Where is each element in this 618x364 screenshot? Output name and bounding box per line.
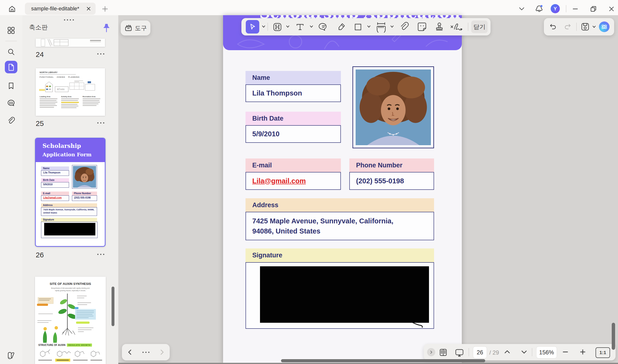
titlebar-chevron-down-icon[interactable]: [518, 6, 525, 12]
panel-title: 축소판: [29, 23, 48, 32]
heading-tool-button[interactable]: [272, 22, 282, 32]
page-25-more-button[interactable]: [97, 122, 104, 124]
select-tool-button[interactable]: [246, 20, 259, 34]
search-button[interactable]: [5, 46, 17, 58]
actual-size-button[interactable]: 1:1: [596, 347, 610, 358]
email-value[interactable]: Lila@gmail.com: [245, 172, 341, 190]
new-tab-button[interactable]: [101, 5, 109, 13]
address-value[interactable]: 7425 Maple Avenue, Sunnyvale, California…: [245, 212, 434, 240]
select-tool-chevron-icon[interactable]: [262, 25, 266, 28]
birth-date-label: Birth Date: [245, 112, 341, 125]
grid-menu-button[interactable]: [5, 24, 17, 37]
phone-value[interactable]: (202) 555-0198: [349, 172, 434, 190]
zoom-out-button[interactable]: [562, 350, 568, 354]
reading-mode-button[interactable]: [439, 348, 448, 357]
pin-panel-icon[interactable]: [102, 23, 111, 33]
zoom-level-input[interactable]: [536, 346, 557, 358]
tab-title: sample-file-editable*: [31, 6, 86, 12]
undo-button[interactable]: [548, 22, 557, 31]
page-24-more-button[interactable]: [97, 53, 104, 54]
save-button[interactable]: [580, 22, 590, 32]
name-label: Name: [245, 71, 341, 84]
page-total-label: / 29: [489, 349, 499, 356]
sticker-tool-button[interactable]: [417, 22, 427, 32]
shape-tool-chevron-icon[interactable]: [367, 25, 371, 28]
minimize-button[interactable]: [571, 6, 579, 12]
tools-button[interactable]: 도구: [121, 21, 150, 36]
signature-label: Signature: [245, 248, 434, 262]
vertical-scrollbar[interactable]: [612, 323, 615, 350]
toolbox-icon: [124, 24, 133, 32]
theme-swatches-button[interactable]: [5, 349, 17, 362]
ai-assistant-button[interactable]: [599, 22, 610, 32]
thumbnail-page-25[interactable]: NORTH LIBRARY FUNCTIONAL ZONING PLANNING…: [36, 68, 105, 116]
toolbar-divider: [576, 23, 577, 31]
page-27-structure-title: STRUCTURE OF AUXIN: [38, 344, 66, 346]
shape-tool-button[interactable]: [353, 22, 363, 32]
thumbnail-page-24[interactable]: [36, 39, 105, 47]
page-25-column-2: Activity Area: [61, 96, 80, 109]
page-27-highlight-label: REGULATE GROWTH: [67, 343, 92, 347]
text-tool-chevron-icon[interactable]: [309, 25, 313, 28]
document-canvas: Scholarship Application Form Name Lila T…: [118, 15, 618, 364]
thumbnails-panel-button[interactable]: [5, 61, 17, 73]
page-27-mini-title: SITE OF AUXIN SYNTHESIS: [35, 282, 106, 286]
nav-more-button[interactable]: [142, 352, 149, 353]
page-25-mini-diagram: ATmhi: [38, 79, 103, 94]
comment-tool-button[interactable]: [319, 22, 329, 32]
notifications-bell-icon[interactable]: [534, 3, 545, 14]
text-tool-button[interactable]: [295, 22, 305, 32]
document-tab[interactable]: sample-file-editable*: [25, 3, 96, 15]
svg-text:ATmhi: ATmhi: [57, 88, 65, 91]
redo-button[interactable]: [564, 22, 572, 31]
name-value[interactable]: Lila Thompson: [245, 84, 341, 102]
collapse-bar-button[interactable]: [427, 348, 435, 356]
quick-actions-toolbar: [544, 18, 614, 36]
measure-tool-button[interactable]: [376, 22, 387, 33]
page-27-mini-diagram: [37, 292, 104, 343]
annotation-toolbar: 닫기: [242, 18, 491, 36]
page-27-structures-row: [37, 348, 104, 363]
home-button[interactable]: [8, 5, 16, 13]
tools-label: 도구: [135, 24, 147, 32]
attachments-button[interactable]: [5, 114, 17, 127]
bookmarks-button[interactable]: [5, 80, 17, 92]
attach-tool-button[interactable]: [399, 22, 409, 32]
close-annotation-button[interactable]: 닫기: [471, 21, 488, 33]
applicant-photo-frame: [352, 66, 434, 148]
save-chevron-icon[interactable]: [592, 25, 596, 28]
panel-drag-handle[interactable]: [64, 19, 74, 21]
zoom-in-button[interactable]: [580, 349, 586, 355]
user-avatar[interactable]: Y: [551, 4, 560, 13]
page-26-number: 26: [36, 251, 44, 259]
rail-divider: [5, 41, 17, 41]
stamp-tool-button[interactable]: [434, 22, 445, 32]
measure-tool-chevron-icon[interactable]: [390, 25, 394, 28]
left-icon-rail: [0, 15, 22, 364]
close-window-button[interactable]: [607, 5, 616, 13]
signature-box[interactable]: [245, 262, 434, 329]
nav-back-button[interactable]: [127, 349, 133, 355]
panel-scrollbar[interactable]: [111, 286, 114, 326]
thumbnail-page-26-selected[interactable]: Scholarship Application Form Name Lila T…: [35, 138, 106, 247]
page-26-more-button[interactable]: [97, 254, 104, 255]
page-25-number: 25: [36, 119, 44, 128]
next-page-button[interactable]: [521, 349, 527, 355]
title-bar: sample-file-editable* Y: [0, 0, 618, 15]
mini-photo-frame: [72, 165, 97, 189]
restore-window-button[interactable]: [589, 5, 597, 13]
tab-close-icon[interactable]: [86, 6, 91, 11]
horizontal-scrollbar[interactable]: [281, 359, 485, 362]
presentation-mode-button[interactable]: [455, 348, 464, 357]
page-number-input[interactable]: [473, 346, 487, 358]
mini-signature-box: [41, 222, 97, 238]
highlighter-tool-button[interactable]: [336, 22, 346, 32]
thumbnail-page-27[interactable]: SITE OF AUXIN SYNTHESIS Biosynthesis of …: [35, 277, 106, 364]
comments-button[interactable]: [5, 97, 17, 109]
previous-page-button[interactable]: [504, 349, 511, 355]
nav-forward-button[interactable]: [159, 349, 165, 355]
heading-tool-chevron-icon[interactable]: [286, 25, 290, 28]
signature-tool-button[interactable]: [450, 22, 463, 32]
email-label: E-mail: [245, 158, 341, 172]
birth-date-value[interactable]: 5/9/2010: [245, 125, 341, 143]
